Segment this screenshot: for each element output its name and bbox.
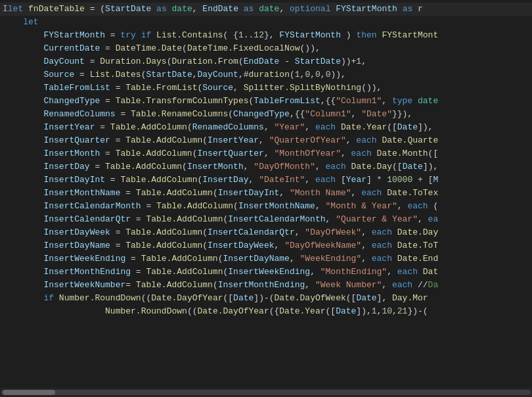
scrollbar-thumb[interactable] <box>3 390 55 395</box>
code-line: InsertYear = Table.AddColumn(RenamedColu… <box>0 121 532 134</box>
code-lines: Ilet fnDateTable = (StartDate as date, E… <box>0 3 532 318</box>
line-content: if Number.RoundDown((Date.DayOfYear([Dat… <box>3 292 527 305</box>
code-line: RenamedColumns = Table.RenameColumns(Cha… <box>0 108 532 121</box>
code-line: DayCount = Duration.Days(Duration.From(E… <box>0 55 532 68</box>
code-line: CurrentDate = DateTime.Date(DateTime.Fix… <box>0 42 532 55</box>
line-content: InsertYear = Table.AddColumn(RenamedColu… <box>3 121 527 134</box>
line-content: InsertMonthEnding = Table.AddColumn(Inse… <box>3 266 527 279</box>
line-content: InsertDayInt = Table.AddColumn(InsertDay… <box>3 174 527 187</box>
code-line: InsertMonthName = Table.AddColumn(Insert… <box>0 187 532 200</box>
code-line: TableFromList = Table.FromList(Source, S… <box>0 82 532 95</box>
code-line: InsertDayInt = Table.AddColumn(InsertDay… <box>0 174 532 187</box>
line-content: InsertWeekEnding = Table.AddColumn(Inser… <box>3 252 527 266</box>
code-line: InsertWeekNumber= Table.AddColumn(Insert… <box>0 279 532 292</box>
line-content: let <box>3 16 527 29</box>
code-line: FYStartMonth = try if List.Contains( {1.… <box>0 29 532 42</box>
line-content: ChangedType = Table.TransformColumnTypes… <box>3 95 527 108</box>
code-line: Source = List.Dates(StartDate,DayCount,#… <box>0 68 532 82</box>
code-line: InsertCalendarMonth = Table.AddColumn(In… <box>0 200 532 213</box>
line-content: InsertDayWeek = Table.AddColumn(InsertCa… <box>3 226 527 239</box>
code-line: Ilet fnDateTable = (StartDate as date, E… <box>0 3 532 16</box>
line-content: Number.RoundDown((Date.DayOfYear({Date.Y… <box>3 305 527 318</box>
line-content: FYStartMonth = try if List.Contains( {1.… <box>3 29 527 42</box>
code-line: let <box>0 16 532 29</box>
line-content: DayCount = Duration.Days(Duration.From(E… <box>3 55 527 68</box>
code-line: if Number.RoundDown((Date.DayOfYear([Dat… <box>0 292 532 305</box>
line-content: InsertDayName = Table.AddColumn(InsertDa… <box>3 239 527 252</box>
code-line: InsertWeekEnding = Table.AddColumn(Inser… <box>0 252 532 266</box>
line-content: RenamedColumns = Table.RenameColumns(Cha… <box>3 108 527 121</box>
line-content: InsertCalendarMonth = Table.AddColumn(In… <box>3 200 527 213</box>
code-line: InsertCalendarQtr = Table.AddColumn(Inse… <box>0 213 532 226</box>
code-line: InsertDayName = Table.AddColumn(InsertDa… <box>0 239 532 252</box>
line-content: TableFromList = Table.FromList(Source, S… <box>3 82 527 95</box>
line-content: Source = List.Dates(StartDate,DayCount,#… <box>3 68 527 82</box>
code-line: InsertDayWeek = Table.AddColumn(InsertCa… <box>0 226 532 239</box>
scrollbar-track[interactable] <box>1 390 531 395</box>
line-content: Ilet fnDateTable = (StartDate as date, E… <box>3 3 527 16</box>
line-content: InsertWeekNumber= Table.AddColumn(Insert… <box>3 279 527 292</box>
code-line: InsertMonth = Table.AddColumn(InsertQuar… <box>0 147 532 160</box>
code-editor[interactable]: Ilet fnDateTable = (StartDate as date, E… <box>0 0 532 388</box>
line-content: InsertQuarter = Table.AddColumn(InsertYe… <box>3 134 527 147</box>
line-content: CurrentDate = DateTime.Date(DateTime.Fix… <box>3 42 527 55</box>
code-line: InsertDay = Table.AddColumn(InsertMonth,… <box>0 160 532 174</box>
line-content: InsertDay = Table.AddColumn(InsertMonth,… <box>3 160 527 174</box>
code-line: InsertQuarter = Table.AddColumn(InsertYe… <box>0 134 532 147</box>
code-line: ChangedType = Table.TransformColumnTypes… <box>0 95 532 108</box>
line-content: InsertCalendarQtr = Table.AddColumn(Inse… <box>3 213 527 226</box>
code-line: Number.RoundDown((Date.DayOfYear({Date.Y… <box>0 305 532 318</box>
code-line: InsertMonthEnding = Table.AddColumn(Inse… <box>0 266 532 279</box>
horizontal-scrollbar[interactable] <box>0 388 532 397</box>
line-content: InsertMonthName = Table.AddColumn(Insert… <box>3 187 527 200</box>
line-content: InsertMonth = Table.AddColumn(InsertQuar… <box>3 147 527 160</box>
